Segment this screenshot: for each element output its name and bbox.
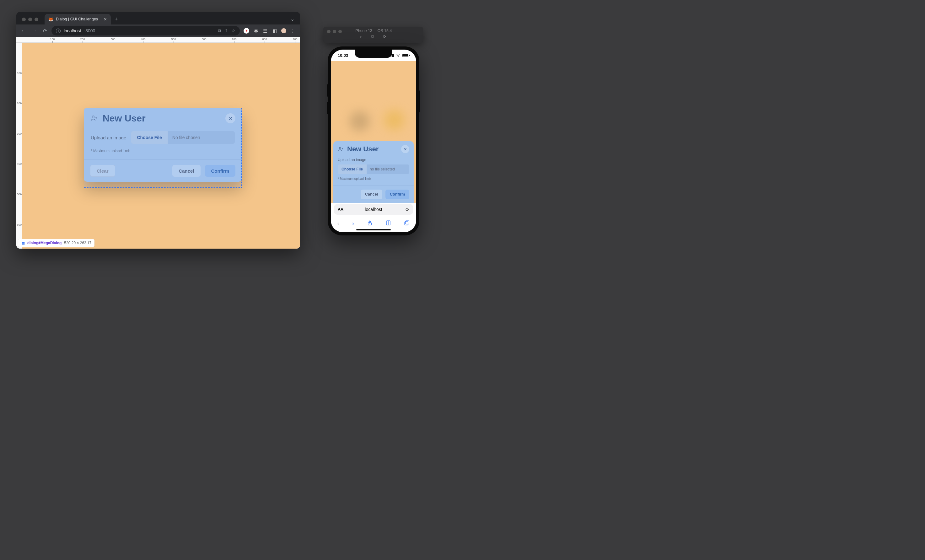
close-icon: ✕ bbox=[229, 116, 233, 122]
mega-dialog: New User ✕ Upload an image Choose File N… bbox=[84, 108, 242, 182]
choose-file-button[interactable]: Choose File bbox=[131, 131, 167, 144]
mobile-dialog-close-button[interactable]: ✕ bbox=[401, 145, 409, 153]
iphone-frame: 10:03 New User bbox=[328, 47, 419, 235]
mobile-choose-file-button[interactable]: Choose File bbox=[338, 164, 367, 174]
mobile-upload-label: Upload an image bbox=[338, 158, 409, 162]
file-input[interactable]: Choose File No file chosen bbox=[131, 131, 235, 144]
safari-url-bar[interactable]: AA localhost ⟳ bbox=[334, 204, 413, 215]
dialog-close-button[interactable]: ✕ bbox=[225, 113, 235, 123]
file-status-text: No file chosen bbox=[168, 131, 235, 144]
user-add-icon bbox=[90, 114, 98, 122]
blur-decor-b bbox=[384, 110, 404, 130]
upload-hint: * Maximum upload 1mb bbox=[91, 149, 235, 153]
grid-icon: ▦ bbox=[21, 241, 25, 245]
new-tab-button[interactable]: + bbox=[111, 16, 122, 24]
user-add-icon bbox=[338, 146, 344, 152]
site-info-icon[interactable]: i bbox=[56, 29, 60, 33]
mobile-file-input[interactable]: Choose File no file selected bbox=[338, 164, 409, 174]
dialog-title: New User bbox=[102, 113, 146, 124]
panel-toggle-icon[interactable]: ◧ bbox=[272, 28, 277, 34]
simulator-traffic-lights[interactable] bbox=[327, 30, 342, 33]
clear-button[interactable]: Clear bbox=[90, 165, 115, 177]
window-traffic-lights[interactable] bbox=[20, 18, 40, 24]
battery-icon bbox=[402, 54, 409, 57]
profile-avatar-icon[interactable] bbox=[281, 28, 286, 33]
close-tab-icon[interactable]: ✕ bbox=[104, 17, 107, 22]
status-clock: 10:03 bbox=[338, 53, 348, 58]
ruler-horizontal: 100 200 300 400 500 600 700 800 900 bbox=[22, 37, 300, 43]
kebab-menu-icon[interactable]: ⋮ bbox=[290, 28, 296, 34]
dialog-body: Upload an image Choose File No file chos… bbox=[84, 127, 242, 155]
mobile-cancel-button[interactable]: Cancel bbox=[361, 190, 382, 199]
confirm-button[interactable]: Confirm bbox=[205, 165, 236, 177]
url-host: localhost bbox=[64, 28, 81, 33]
safari-bookmarks-icon[interactable] bbox=[386, 220, 391, 227]
mobile-file-status-text: no file selected bbox=[367, 164, 409, 174]
tab-title: Dialog | GUI Challenges bbox=[56, 17, 98, 21]
open-external-icon[interactable]: ⧉ bbox=[218, 28, 221, 33]
dialog-footer: Clear Cancel Confirm bbox=[84, 160, 242, 182]
devtools-element-badge[interactable]: ▦ dialog#MegaDialog 520.29 × 263.17 bbox=[18, 239, 95, 247]
devtools-dimensions: 520.29 × 263.17 bbox=[64, 241, 91, 245]
omnibar: ← → ⟳ i localhost:3000 ⧉ ⇧ ☆ ✦ ✱ ☰ ◧ ⋮ bbox=[16, 24, 300, 37]
extensions-icon[interactable]: ✱ bbox=[253, 28, 259, 34]
toolbar-icons: ✦ ✱ ☰ ◧ ⋮ bbox=[242, 28, 297, 34]
wifi-icon bbox=[396, 53, 401, 58]
cancel-button[interactable]: Cancel bbox=[172, 165, 200, 177]
safari-tabs-icon[interactable] bbox=[404, 220, 410, 227]
dialog-header: New User ✕ bbox=[84, 108, 242, 127]
safari-back-icon[interactable]: ‹ bbox=[337, 220, 339, 227]
simulator-title: iPhone 13 – iOS 15.4 bbox=[355, 29, 392, 33]
nav-back-button[interactable]: ← bbox=[20, 27, 28, 35]
bookmark-star-icon[interactable]: ☆ bbox=[231, 28, 235, 33]
svg-rect-3 bbox=[406, 221, 409, 224]
share-icon[interactable]: ⇧ bbox=[224, 28, 228, 33]
chrome-window: 🦊 Dialog | GUI Challenges ✕ + ⌄ ← → ⟳ i … bbox=[16, 12, 300, 248]
nav-reload-button[interactable]: ⟳ bbox=[41, 27, 49, 35]
safari-reload-icon[interactable]: ⟳ bbox=[405, 207, 409, 212]
upload-label: Upload an image bbox=[91, 135, 126, 140]
devtools-selector: dialog#MegaDialog bbox=[27, 241, 62, 245]
mobile-page[interactable]: New User ✕ Upload an image Choose File n… bbox=[331, 61, 416, 203]
simulator-toolbar: iPhone 13 – iOS 15.4 ⌂ ⧉ ⟳ bbox=[323, 27, 423, 43]
ruler-vertical: 100 200 300 400 500 600 bbox=[16, 43, 22, 248]
svg-point-0 bbox=[92, 116, 94, 118]
viewport: 100 200 300 400 500 600 700 800 900 100 … bbox=[16, 37, 300, 248]
extension-compass-icon[interactable]: ✦ bbox=[244, 28, 249, 33]
safari-forward-icon[interactable]: › bbox=[352, 220, 354, 227]
safari-host: localhost bbox=[365, 207, 382, 212]
tab-overflow-icon[interactable]: ⌄ bbox=[285, 16, 300, 24]
iphone-screen: 10:03 New User bbox=[331, 50, 416, 232]
safari-aa-icon[interactable]: AA bbox=[338, 207, 343, 212]
guide-v-right bbox=[242, 43, 242, 248]
page-canvas[interactable]: New User ✕ Upload an image Choose File N… bbox=[22, 43, 300, 248]
reading-list-icon[interactable]: ☰ bbox=[262, 28, 268, 34]
url-input[interactable]: i localhost:3000 ⧉ ⇧ ☆ bbox=[51, 26, 240, 36]
browser-tab[interactable]: 🦊 Dialog | GUI Challenges ✕ bbox=[45, 14, 111, 24]
notch bbox=[355, 50, 392, 58]
blur-decor-a bbox=[350, 111, 370, 131]
tabstrip: 🦊 Dialog | GUI Challenges ✕ + ⌄ bbox=[16, 12, 300, 24]
mobile-dialog-title: New User bbox=[347, 145, 378, 153]
nav-forward-button[interactable]: → bbox=[30, 27, 38, 35]
mobile-dialog: New User ✕ Upload an image Choose File n… bbox=[333, 141, 414, 203]
sim-home-icon[interactable]: ⌂ bbox=[360, 34, 363, 39]
ruler-corner bbox=[16, 37, 22, 43]
url-port: :3000 bbox=[84, 28, 95, 33]
favicon-icon: 🦊 bbox=[48, 17, 53, 22]
svg-point-1 bbox=[339, 147, 341, 149]
mobile-upload-hint: * Maximum upload 1mb bbox=[338, 177, 409, 181]
mobile-confirm-button[interactable]: Confirm bbox=[386, 190, 409, 199]
svg-rect-4 bbox=[405, 221, 408, 225]
safari-share-icon[interactable] bbox=[367, 220, 372, 227]
close-icon: ✕ bbox=[404, 147, 407, 152]
sim-rotate-icon[interactable]: ⟳ bbox=[383, 34, 386, 39]
home-indicator[interactable] bbox=[356, 229, 391, 230]
sim-screenshot-icon[interactable]: ⧉ bbox=[371, 34, 374, 39]
